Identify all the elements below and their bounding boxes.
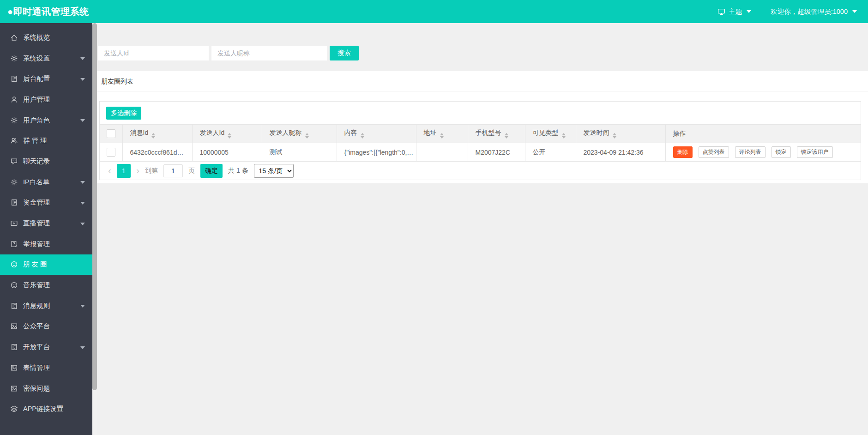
sort-icon[interactable] [361,133,364,139]
sidebar-item-security-questions[interactable]: 密保问题 [0,378,92,399]
journal-icon [10,199,18,206]
table-cell: 测试 [262,143,337,162]
jump-suffix-label: 页 [188,167,195,175]
sidebar-item-ip-whitelist[interactable]: IP白名单 [0,172,92,193]
sidebar-item-backend-config[interactable]: 后台配置 [0,68,92,89]
column-header: 消息Id [122,125,192,143]
sidebar-item-message-rules[interactable]: 消息规则 [0,296,92,316]
pagination-prev-icon[interactable]: ‹ [108,165,111,175]
column-header: 发送人Id [192,125,262,143]
sort-icon[interactable] [562,133,566,139]
journal-icon [10,343,18,351]
sidebar-item-chat-records[interactable]: 聊天记录 [0,151,92,172]
sidebar-item-user-mgmt[interactable]: 用户管理 [0,89,92,110]
sidebar-item-open-platform[interactable]: 开放平台 [0,337,92,357]
sidebar-scrollbar[interactable] [92,23,97,435]
user-icon [10,96,18,103]
table-header-row: 消息Id发送人Id发送人昵称内容地址手机型号可见类型发送时间操作 [100,125,861,143]
row-checkbox[interactable] [107,148,115,157]
jump-confirm-button[interactable]: 确定 [200,164,223,178]
sidebar-item-user-roles[interactable]: 用户角色 [0,110,92,131]
sidebar-item-label: 系统概览 [23,33,50,42]
moments-table: 消息Id发送人Id发送人昵称内容地址手机型号可见类型发送时间操作 6432c0c… [100,124,861,162]
layers-icon [10,405,18,413]
total-count-label: 共 1 条 [228,167,248,175]
gear-icon [10,178,18,186]
sender-nickname-input[interactable] [211,46,327,60]
sidebar-item-label: 直播管理 [23,219,50,228]
sidebar-item-moments[interactable]: 朋 友 圈 [0,254,92,275]
sort-icon[interactable] [440,133,444,139]
table-cell [416,143,468,162]
pagination-next-icon[interactable]: › [136,165,139,175]
action-button[interactable]: 锁定该用户 [797,146,833,158]
sidebar-item-overview[interactable]: 系统概览 [0,27,92,48]
sidebar-item-label: IP白名单 [23,178,49,187]
action-button[interactable]: 锁定 [772,146,791,158]
sidebar-item-funds-mgmt[interactable]: 资金管理 [0,193,92,213]
theme-label: 主题 [729,7,742,16]
column-header: 可见类型 [525,125,576,143]
sidebar-scrollbar-thumb[interactable] [92,23,97,390]
chevron-down-icon [80,119,85,122]
sidebar-item-system-settings[interactable]: 系统设置 [0,48,92,69]
column-header: 手机型号 [468,125,525,143]
column-header-label: 内容 [344,129,357,136]
search-button[interactable]: 搜索 [330,46,359,60]
sidebar-item-label: 公众平台 [23,322,50,331]
sort-icon[interactable] [228,133,231,139]
action-button[interactable]: 点赞列表 [699,146,729,158]
pagination-page-1[interactable]: 1 [117,164,131,178]
pagination: ‹ 1 › 到第 页 确定 共 1 条 15 条/页 [100,162,861,180]
sidebar-item-label: 聊天记录 [23,157,50,166]
column-header: 发送人昵称 [262,125,337,143]
user-menu[interactable]: 欢迎你，超级管理员:1000 [771,7,857,16]
sidebar-item-live-mgmt[interactable]: 直播管理 [0,213,92,234]
sidebar-item-report-mgmt[interactable]: 举报管理 [0,234,92,254]
chevron-down-icon [80,305,85,308]
delete-button[interactable]: 删除 [673,146,693,158]
sort-icon[interactable] [613,133,616,139]
sort-icon[interactable] [305,133,309,139]
column-header-label: 发送人Id [200,129,225,136]
sort-icon[interactable] [151,133,155,139]
sidebar-item-label: 朋 友 圈 [23,260,47,269]
action-button[interactable]: 评论列表 [735,146,766,158]
topbar: ●即时通讯管理系统 主题 欢迎你，超级管理员:1000 [0,0,868,23]
users-icon [10,137,18,145]
page-jump-input[interactable] [163,164,183,177]
sidebar-item-label: 用户管理 [23,95,50,104]
bulk-delete-button[interactable]: 多选删除 [106,107,141,120]
report-icon [10,240,18,248]
theme-screen-icon [717,8,725,16]
sort-icon[interactable] [505,133,508,139]
column-header-label: 发送人昵称 [270,129,302,136]
sidebar-item-emoji-mgmt[interactable]: 表情管理 [0,357,92,378]
sender-id-input[interactable] [98,46,209,60]
journal-icon [10,302,18,310]
sidebar-item-label: 系统设置 [23,54,50,63]
chevron-down-icon [80,202,85,205]
image-icon [10,385,18,393]
sidebar-item-music-mgmt[interactable]: 音乐管理 [0,275,92,296]
actions-cell: 删除点赞列表评论列表锁定锁定该用户 [665,143,861,162]
column-header-label: 消息Id [130,129,149,136]
sidebar-item-group-mgmt[interactable]: 群 管 理 [0,130,92,151]
select-all-checkbox[interactable] [107,129,115,138]
column-header-label: 操作 [673,130,686,137]
theme-menu[interactable]: 主题 [717,7,751,16]
column-header-label: 地址 [424,129,437,136]
page-size-select[interactable]: 15 条/页 [254,164,294,178]
column-header: 地址 [416,125,468,143]
image-icon [10,364,18,372]
chevron-down-icon [747,10,751,13]
sidebar-item-public-platform[interactable]: 公众平台 [0,316,92,337]
chevron-down-icon [852,10,857,13]
column-header: 发送时间 [576,125,665,143]
chevron-down-icon [80,223,85,225]
search-bar: 搜索 [98,46,359,60]
chat-icon [10,157,18,165]
sidebar-item-app-link-settings[interactable]: APP链接设置 [0,399,92,419]
table-cell: 2023-04-09 21:42:36 [576,143,665,162]
table-row: 6432c0cccf861d…10000005测试{"images":[{"le… [100,143,861,162]
